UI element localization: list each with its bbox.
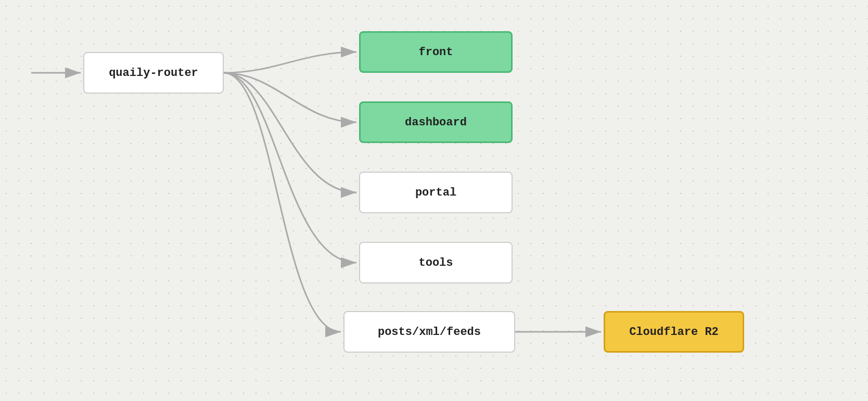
cloudflare-label: Cloudflare R2 [629,326,719,339]
arrow-to-portal [224,73,356,192]
front-label: front [418,46,453,59]
diagram-container: quaily-router front dashboard portal too… [0,0,868,401]
arrow-to-feeds [224,73,341,332]
portal-label: portal [415,186,456,199]
front-node: front [359,31,513,73]
cloudflare-node: Cloudflare R2 [604,311,744,353]
feeds-label: posts/xml/feeds [378,326,481,339]
dashboard-label: dashboard [405,116,467,129]
arrow-to-front [224,52,356,73]
arrow-to-dashboard [224,73,356,122]
feeds-node: posts/xml/feeds [343,311,515,353]
portal-node: portal [359,172,513,213]
tools-label: tools [418,256,453,269]
router-node: quaily-router [83,52,224,94]
dashboard-node: dashboard [359,101,513,143]
router-label: quaily-router [109,67,198,80]
arrow-to-tools [224,73,356,263]
tools-node: tools [359,242,513,283]
